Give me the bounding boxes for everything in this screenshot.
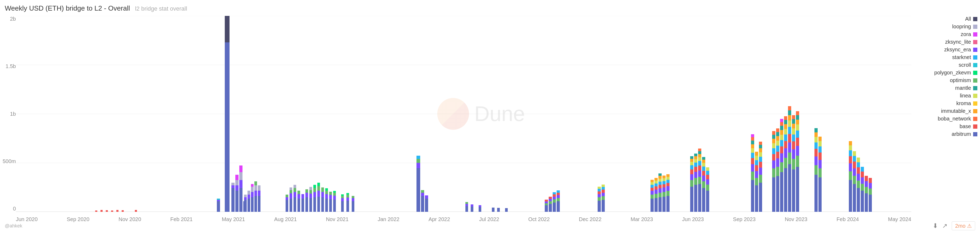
legend-item-zksync-era[interactable]: zksync_era [919,46,977,53]
legend-item-mantle[interactable]: mantle [919,85,977,91]
svg-rect-361 [784,124,787,129]
svg-rect-140 [651,199,654,212]
legend-item-immutable-x[interactable]: immutable_x [919,108,977,114]
legend-label-arbitrum: arbitrum [952,131,971,137]
svg-rect-166 [698,161,701,166]
download-icon[interactable]: ⬇ [933,222,938,230]
legend-item-optimism[interactable]: optimism [919,77,977,83]
legend-item-scroll[interactable]: scroll [919,62,977,68]
svg-rect-138 [601,187,605,190]
svg-rect-141 [651,195,654,199]
svg-rect-32 [248,199,250,212]
legend-item-polygon-zkevm[interactable]: polygon_zkevm [919,70,977,76]
svg-rect-258 [857,180,860,188]
time-badge-label: 2mo [955,223,966,229]
legend-item-starknet[interactable]: starknet [919,54,977,61]
legend-item-zksync-lite[interactable]: zksync_lite [919,39,977,45]
svg-rect-332 [772,143,775,148]
svg-rect-39 [255,196,257,212]
svg-rect-309 [690,156,694,159]
svg-rect-18 [231,188,235,212]
svg-rect-285 [333,193,336,196]
svg-rect-239 [818,160,822,168]
svg-rect-266 [861,172,864,177]
svg-rect-12 [135,210,137,212]
svg-rect-225 [796,124,799,131]
svg-rect-216 [792,128,795,134]
svg-rect-233 [815,142,818,149]
legend-item-boba-network[interactable]: boba_network [919,116,977,122]
svg-rect-192 [751,140,754,144]
bottom-bar: @ahkek ⬇ ↗ 2mo ⚠ [5,221,975,230]
svg-rect-122 [553,192,556,194]
svg-rect-274 [869,183,872,188]
chart-svg-area: Dune [16,16,911,212]
svg-rect-247 [849,156,852,163]
svg-rect-334 [772,135,775,139]
legend-item-all[interactable]: All [919,16,977,22]
svg-rect-188 [751,158,754,164]
legend-item-base[interactable]: base [919,123,977,129]
svg-rect-208 [788,115,791,120]
svg-rect-344 [776,128,779,132]
svg-rect-65 [309,198,312,212]
svg-rect-276 [325,199,328,212]
legend-item-linea[interactable]: linea [919,93,977,99]
svg-rect-237 [818,177,822,212]
svg-rect-73 [317,197,320,212]
svg-rect-155 [659,193,662,197]
attribution-label: @ahkek [5,223,22,229]
svg-rect-109 [505,208,508,212]
svg-rect-218 [792,119,795,124]
legend-item-arbitrum[interactable]: arbitrum [919,131,977,137]
svg-rect-257 [857,188,860,212]
svg-rect-340 [776,145,779,152]
svg-rect-360 [784,129,787,134]
svg-rect-357 [784,148,787,158]
svg-rect-209 [788,110,791,115]
legend-label-scroll: scroll [959,62,971,68]
svg-rect-299 [667,180,670,183]
svg-rect-296 [667,191,670,196]
legend-label-boba-network: boba_network [938,116,971,122]
legend-label-zksync-lite: zksync_lite [945,39,971,45]
svg-rect-128 [598,201,601,212]
legend-color-scroll [973,63,977,67]
svg-rect-34 [248,191,250,195]
svg-rect-144 [651,185,654,188]
svg-rect-263 [861,191,864,212]
legend-item-zora[interactable]: zora [919,31,977,37]
svg-rect-183 [706,171,709,175]
svg-rect-314 [694,163,697,167]
svg-rect-201 [755,152,758,156]
bottom-right-controls: ⬇ ↗ 2mo ⚠ [933,221,975,230]
svg-rect-116 [549,199,552,201]
svg-rect-186 [751,172,754,180]
svg-rect-338 [776,158,779,167]
legend-color-loopring [973,25,977,29]
svg-rect-173 [702,176,705,181]
legend-item-loopring[interactable]: loopring [919,24,977,30]
svg-rect-329 [772,160,775,168]
svg-rect-90 [352,196,354,198]
svg-rect-185 [751,180,754,212]
svg-rect-114 [549,204,552,212]
svg-rect-328 [772,168,775,177]
svg-rect-265 [861,177,864,184]
legend-label-all: All [965,16,971,22]
svg-rect-219 [792,115,795,119]
share-icon[interactable]: ↗ [942,222,948,230]
legend-color-zora [973,32,977,37]
svg-rect-281 [329,195,332,199]
svg-rect-278 [325,191,328,194]
svg-rect-151 [654,184,658,187]
svg-rect-44 [258,191,261,196]
y-axis: 2b 1.5b 1b 500m 0 [3,16,16,212]
svg-rect-7 [100,210,103,212]
svg-rect-101 [465,204,468,206]
legend-item-kroma[interactable]: kroma [919,101,977,107]
time-badge[interactable]: 2mo ⚠ [952,221,975,230]
svg-rect-87 [347,193,349,195]
legend-label-linea: linea [960,93,971,99]
chart-legend: All loopring zora zksync_lite zksync_era… [919,16,977,137]
